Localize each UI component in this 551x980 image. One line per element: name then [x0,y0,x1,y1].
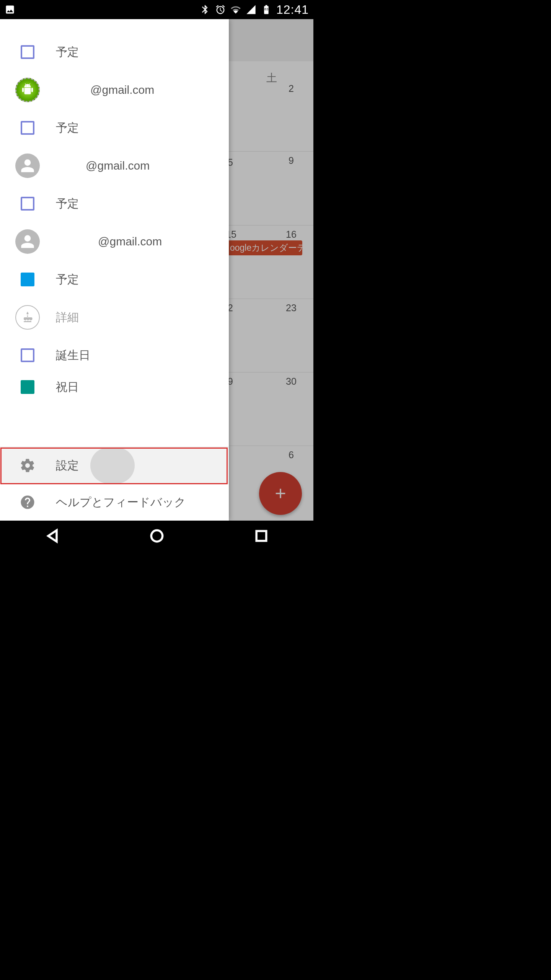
account-email: @gmail.com [56,235,162,248]
help-item[interactable]: ヘルプとフィードバック [0,484,229,521]
calendar-toggle-holiday[interactable]: 祝日 [0,372,229,402]
drawer-scrim[interactable] [229,19,313,521]
navigation-drawer: 予定 @gmail.com 予定 [0,19,229,521]
checkbox-icon [21,45,34,59]
calendar-toggle-yotei-2[interactable]: 予定 [0,111,229,145]
signal-icon [246,4,256,15]
checkbox-icon [21,348,34,362]
person-avatar-icon [15,229,40,254]
help-label: ヘルプとフィードバック [56,495,186,510]
gear-icon [15,457,40,474]
status-bar: 83 12:41 [0,0,313,19]
account-row-3[interactable]: @gmail.com [0,220,229,263]
calendar-toggle-yotei-1[interactable]: 予定 [0,35,229,69]
svg-point-1 [151,530,162,541]
account-email: @gmail.com [56,159,150,172]
svg-text:83: 83 [264,7,268,11]
checkbox-checked-icon [21,273,34,286]
wifi-icon [230,4,241,15]
checkbox-icon [21,121,34,135]
settings-label: 設定 [56,458,79,474]
android-nav-bar [0,521,313,551]
calendar-label: 予定 [56,44,79,60]
calendar-label: 誕生日 [56,348,90,363]
more-label: 詳細 [56,310,79,325]
checkbox-icon [21,197,34,211]
touch-ripple [90,448,135,483]
cake-icon [15,305,40,330]
calendar-toggle-yotei-4[interactable]: 予定 [0,263,229,296]
calendar-label: 予定 [56,120,79,136]
person-avatar-icon [15,154,40,178]
calendar-toggle-birthday[interactable]: 誕生日 [0,338,229,372]
picture-icon [5,4,15,15]
bluetooth-icon [200,4,210,15]
account-row-1[interactable]: @gmail.com [0,69,229,111]
account-row-2[interactable]: @gmail.com [0,145,229,187]
calendar-label: 祝日 [56,379,79,395]
account-email: @gmail.com [56,83,154,96]
svg-rect-2 [256,531,266,541]
more-row[interactable]: 詳細 [0,296,229,338]
alarm-icon [215,4,226,15]
help-icon [15,494,40,510]
settings-item[interactable]: 設定 [0,447,229,484]
calendar-toggle-yotei-3[interactable]: 予定 [0,187,229,220]
calendar-label: 予定 [56,196,79,212]
checkbox-checked-icon [21,380,34,394]
home-button[interactable] [148,528,165,544]
recents-button[interactable] [253,528,270,544]
battery-icon: 83 [261,4,272,15]
calendar-label: 予定 [56,272,79,287]
status-clock: 12:41 [276,3,309,17]
back-button[interactable] [44,528,61,544]
android-avatar-icon [15,78,40,102]
